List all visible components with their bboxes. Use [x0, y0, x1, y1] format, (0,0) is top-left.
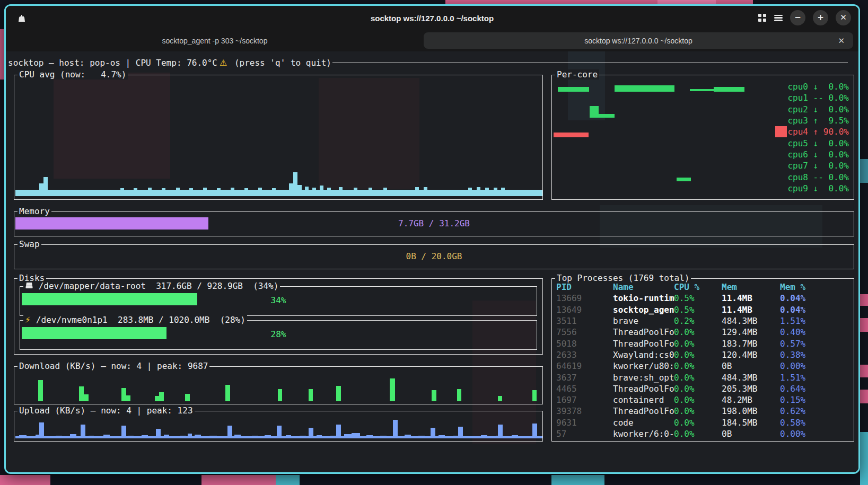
spark-bar [164, 435, 169, 438]
wallpaper-shape [860, 294, 868, 306]
spark-bar [485, 188, 489, 196]
spark-bar [103, 435, 110, 438]
host-temp-text: socktop — host: pop-os | CPU Temp: 76.0°… [8, 58, 217, 68]
process-row[interactable]: 9631code0.0%184.5MB0.58% [556, 417, 851, 428]
process-cell: 2633 [556, 350, 613, 360]
disk-percent-label: 28% [20, 329, 537, 339]
process-row[interactable]: 64619kworker/u80:0.0%0B0.00% [556, 360, 851, 372]
process-row[interactable]: 4465ThreadPoolFo0.0%205.3MB0.64% [556, 383, 851, 394]
spark-bar [431, 428, 435, 438]
process-cell: socktop_agen [613, 305, 674, 315]
process-cell: 0.0% [674, 339, 722, 349]
wallpaper-shape [276, 475, 300, 485]
process-cell: 484.3MB [722, 316, 780, 326]
process-cell: 0.5% [674, 293, 722, 303]
process-cell: brave:sh_opt [613, 373, 674, 383]
spark-bar [265, 435, 271, 438]
process-row[interactable]: 57kworker/6:0-0.0%0B0.00% [556, 428, 851, 439]
spark-bar [70, 434, 76, 438]
spark-bar [148, 188, 152, 196]
new-tab-button[interactable] [15, 12, 28, 25]
menu-icon[interactable] [774, 15, 783, 21]
process-header-row: PIDNameCPU %MemMem % [556, 281, 851, 293]
process-cell: ThreadPoolFo [613, 327, 674, 337]
process-row[interactable]: 3637brave:sh_opt0.0%484.3MB1.51% [556, 372, 851, 383]
core-label: cpu1 -- 0.0% [787, 93, 849, 103]
process-row[interactable]: 3511brave0.2%484.3MB1.51% [556, 315, 851, 327]
process-row[interactable]: 39378ThreadPoolFo0.0%198.0MB0.62% [556, 405, 851, 417]
process-cell: 0.0% [674, 418, 722, 428]
process-cell: 0B [722, 361, 780, 371]
spark-bar [121, 388, 126, 401]
spark-bar [134, 188, 137, 196]
spark-bar [203, 188, 207, 196]
process-cell: 0.00% [780, 429, 851, 439]
process-cell: 0.0% [674, 327, 722, 337]
spark-bar [690, 89, 714, 91]
tab-socktop-agent[interactable]: socktop_agent -p 303 ~/socktop [6, 30, 424, 51]
process-cell: 1.51% [780, 316, 851, 326]
spark-bar [369, 188, 372, 196]
per-core-panel: Per-core cpu0 ↓ 0.0%cpu1 -- 0.0%cpu2 ↓ 0… [551, 75, 854, 200]
tab-close-icon[interactable]: ✕ [838, 36, 845, 46]
process-cell: 120.4MB [722, 350, 780, 360]
spark-bar [415, 187, 419, 196]
process-cell: 1.51% [780, 373, 851, 383]
disk-info-text: /dev/mapper/data-root 317.6GB / 928.9GB … [33, 281, 278, 291]
spark-bar [418, 436, 425, 438]
process-row[interactable]: 13669tokio-runtim0.5%11.4MB0.04% [556, 293, 851, 304]
spark-bar [366, 435, 373, 438]
process-column-header: CPU % [674, 282, 722, 292]
spark-bar [512, 435, 518, 438]
spark-bar [89, 436, 94, 438]
spark-bar [532, 390, 537, 401]
maximize-button[interactable]: + [813, 10, 828, 25]
terminal-content[interactable]: socktop — host: pop-os | CPU Temp: 76.0°… [6, 51, 858, 472]
wallpaper-shape [551, 475, 604, 485]
titlebar: socktop ws://127.0.0.0 ~/socktop − + ✕ [6, 6, 858, 30]
disk-drive-icon [25, 281, 33, 291]
spark-bar [159, 392, 164, 401]
process-row[interactable]: 7556ThreadPoolFo0.0%129.4MB0.40% [556, 327, 851, 338]
process-row[interactable]: 2633Xwayland:cs00.0%120.4MB0.38% [556, 349, 851, 360]
lightning-icon: ⚡ [25, 315, 31, 325]
spark-bar [176, 188, 180, 196]
spark-bar [120, 188, 124, 196]
disks-panel: Disks /dev/mapper/data-root 317.6GB / 92… [14, 278, 543, 355]
disk-panel: /dev/mapper/data-root 317.6GB / 928.9GB … [20, 286, 537, 316]
minimize-button[interactable]: − [790, 10, 805, 25]
spark-bar [297, 185, 302, 196]
process-table: PIDNameCPU %MemMem %13669tokio-runtim0.5… [556, 281, 851, 439]
tab-socktop[interactable]: socktop ws://127.0.0.0 ~/socktop ✕ [424, 32, 853, 49]
core-row: cpu8 -- 0.0% [775, 171, 849, 182]
process-cell: 0.57% [780, 339, 851, 349]
process-cell: 0.00% [780, 361, 851, 371]
process-row[interactable]: 13649socktop_agen0.5%11.4MB0.04% [556, 304, 851, 315]
memory-panel: Memory 7.7GB / 31.2GB [14, 211, 854, 236]
core-label: cpu4 ↑ 90.0% [787, 127, 849, 137]
spark-bar [180, 436, 186, 438]
spark-bar [615, 85, 674, 92]
tab-overview-icon[interactable] [758, 14, 767, 22]
process-cell: containerd [613, 395, 674, 405]
process-cell: 0.0% [674, 429, 722, 439]
close-button[interactable]: ✕ [836, 10, 851, 25]
spark-bar [424, 187, 427, 196]
spark-bar [19, 435, 27, 438]
core-row: cpu6 ↓ 0.0% [775, 149, 849, 160]
spark-bar [155, 396, 159, 401]
wallpaper-shape [0, 475, 50, 485]
process-cell: 0.0% [674, 350, 722, 360]
spark-bar [532, 424, 537, 438]
process-row[interactable]: 5018ThreadPoolFo0.0%183.7MB0.57% [556, 338, 851, 349]
wallpaper-shape [201, 475, 276, 485]
core-label: cpu5 ↓ 0.0% [787, 138, 849, 148]
spark-bar [352, 433, 360, 438]
process-cell: 184.5MB [722, 418, 780, 428]
spark-bar [38, 380, 43, 401]
core-row: cpu4 ↑ 90.0% [775, 126, 849, 137]
process-row[interactable]: 1697containerd0.0%48.2MB0.15% [556, 394, 851, 405]
spark-bar [189, 188, 193, 196]
disk-title: /dev/mapper/data-root 317.6GB / 928.9GB … [23, 281, 280, 291]
spark-bar [312, 188, 316, 196]
